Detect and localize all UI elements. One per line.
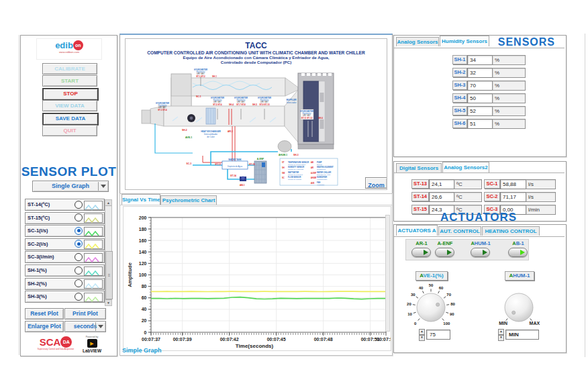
channel-row-SC-3(l/min)[interactable]: SC-3(l/min) — [25, 251, 105, 263]
graph-tabrow: Signal Vs Time Psychrometric Chart — [120, 194, 392, 205]
reset-plot-button[interactable]: Reset Plot — [25, 308, 64, 320]
chevron-down-icon[interactable] — [95, 322, 105, 331]
toggle-switch[interactable] — [435, 248, 454, 257]
toggle-indicator-icon — [447, 250, 452, 255]
toggle-label: A-ENF — [432, 240, 458, 246]
logo-disc: on — [73, 40, 83, 50]
svg-text:90: 90 — [450, 312, 454, 316]
toggle-switch[interactable] — [508, 248, 528, 257]
channel-row-ST-14(ºC)[interactable]: ST-14(ºC) — [25, 199, 105, 211]
channel-row-SC-1(l/s)[interactable]: SC-1(l/s) — [25, 225, 105, 237]
tab-humidity-sensors[interactable]: Humidity Sensors — [440, 36, 489, 46]
scroll-thumb[interactable]: ≡ — [105, 251, 113, 299]
waveform-icon — [84, 240, 103, 249]
tab-psychrometric-chart[interactable]: Psychrometric Chart — [160, 195, 217, 205]
channel-radio[interactable] — [75, 213, 83, 222]
logo-url: www.edibon.com — [37, 50, 101, 54]
ahum1-label: AHUM-1 — [505, 271, 534, 281]
button-start[interactable]: START — [42, 75, 97, 87]
sh-unit: % — [492, 93, 526, 103]
channel-label: SC-1(l/s) — [28, 228, 48, 234]
svg-text:00:07:45: 00:07:45 — [267, 337, 286, 342]
channel-radio[interactable] — [75, 279, 83, 287]
channel-radio[interactable] — [75, 253, 83, 261]
button-stop[interactable]: STOP — [42, 88, 99, 101]
edibon-logo: edibon www.edibon.com — [36, 38, 102, 60]
toggle-indicator-icon — [520, 250, 525, 255]
svg-text:100: 100 — [443, 322, 450, 326]
tab-signal-vs-time[interactable]: Signal Vs Time — [121, 194, 160, 205]
button-view-data[interactable]: VIEW DATA — [42, 100, 97, 111]
time-unit-dropdown[interactable]: seconds — [64, 321, 106, 332]
knob-body[interactable] — [505, 293, 533, 322]
digital-tabrow: Digital Sensors Analog Sensors2 — [394, 162, 565, 173]
legend-tag: AVE — [311, 182, 315, 185]
knob-body[interactable] — [417, 293, 445, 322]
channel-radio[interactable] — [75, 227, 83, 235]
enlarge-plot-button[interactable]: Enlarge Plot — [25, 321, 64, 332]
channel-radio[interactable] — [75, 240, 83, 248]
spin-down-icon[interactable]: ▼ — [419, 335, 425, 341]
ahum1-spinner[interactable]: ▲▼ — [498, 329, 504, 339]
chevron-down-icon[interactable] — [98, 182, 107, 191]
button-quit[interactable]: QUIT — [42, 125, 97, 136]
scada-text: SCA — [40, 336, 61, 348]
sh-value: 70 — [467, 81, 494, 91]
channel-row-SC-2(l/s)[interactable]: SC-2(l/s) — [25, 238, 105, 250]
toggle-AR-1[interactable]: AR-1 — [409, 240, 434, 259]
signal-chart[interactable]: 02040608010012014016018020000:07:3700:07… — [124, 207, 391, 350]
channel-row-SH-1(%)[interactable]: SH-1(%) — [25, 264, 105, 277]
tab-heating-control[interactable]: HEATING CONTROL — [482, 226, 540, 236]
tab-digital-sensors[interactable]: Digital Sensors — [396, 163, 442, 173]
axis-major-ticks — [148, 217, 387, 336]
channel-radio[interactable] — [75, 293, 83, 301]
zoom-button[interactable]: Zoom — [365, 177, 387, 189]
channel-radio[interactable] — [75, 201, 83, 209]
ave1-value-field[interactable]: 75 — [426, 330, 450, 340]
print-plot-button[interactable]: Print Plot — [64, 308, 106, 320]
toggle-A-ENF[interactable]: A-ENF — [432, 240, 458, 259]
channel-row-SH-3(%)[interactable]: SH-3(%) — [25, 291, 105, 303]
ave1-spinner[interactable]: ▲▼ — [419, 329, 425, 339]
waveform-icon — [84, 253, 103, 262]
sh-tag-SH-4: SH-4 — [452, 93, 467, 103]
cluster-tags: ST-7 ST-8 — [236, 103, 246, 106]
toggle-switch[interactable] — [471, 248, 490, 257]
tab-actuators-a[interactable]: ACTUATORS A — [396, 225, 438, 236]
diagram-canvas: TACC COMPUTER CONTROLLED AIR CONDITIONIN… — [125, 38, 387, 190]
svg-text:20: 20 — [407, 302, 411, 306]
pump-motor — [241, 176, 244, 179]
scroll-down-arrow-icon[interactable]: ▼ — [105, 299, 111, 305]
cluster-extra: SH-1 — [212, 75, 217, 78]
tab-analog-sensors2[interactable]: Analog Sensors2 — [442, 162, 489, 173]
channel-row-SH-2(%)[interactable]: SH-2(%) — [25, 278, 105, 290]
y-tick-labels: 020406080100120140160180200 — [139, 215, 147, 335]
spin-down-icon[interactable]: ▼ — [498, 335, 504, 341]
plot-side-scrollbar[interactable] — [385, 215, 390, 332]
sc-tag-SC-1: SC-1 — [484, 179, 500, 189]
sh-unit: % — [492, 81, 526, 91]
st-tag-ST-13: ST-13 — [411, 179, 429, 189]
svg-text:50: 50 — [429, 283, 434, 287]
unit-schematic: SC-1 SH-2 AVE-1 AR-1 HEAT EXCHANGER Inte… — [126, 67, 387, 189]
label-st14: ST-14 — [230, 175, 236, 177]
tab-analog-sensors[interactable]: Analog Sensors — [396, 37, 439, 46]
tab-aut-control[interactable]: AUT. CONTROL — [438, 226, 481, 236]
channel-radio[interactable] — [75, 266, 83, 275]
ahum1-value-field[interactable]: MIN — [505, 330, 539, 340]
graph-mode-dropdown[interactable]: Single Graph — [32, 181, 109, 192]
spin-up-icon[interactable]: ▲ — [498, 329, 504, 335]
spin-up-icon[interactable]: ▲ — [419, 329, 425, 335]
toggle-AHUM-1[interactable]: AHUM-1 — [468, 240, 493, 259]
toggle-label: AHUM-1 — [468, 240, 493, 246]
sidebar: edibon www.edibon.com CALIBRATESTARTSTOP… — [20, 35, 117, 356]
toggle-AB-1[interactable]: AB-1 — [505, 240, 531, 259]
button-save-data[interactable]: SAVE DATA — [42, 113, 99, 126]
channel-row-ST-15(ºC)[interactable]: ST-15(ºC) — [25, 212, 105, 224]
svg-text:60: 60 — [142, 295, 147, 300]
channel-scrollbar[interactable]: ▲ ≡ ▼ — [105, 199, 112, 306]
legend-es: Resistencia — [317, 168, 326, 170]
toggle-switch[interactable] — [411, 248, 431, 257]
scroll-up-arrow-icon[interactable]: ▲ — [105, 200, 111, 206]
button-calibrate[interactable]: CALIBRATE — [42, 63, 97, 75]
